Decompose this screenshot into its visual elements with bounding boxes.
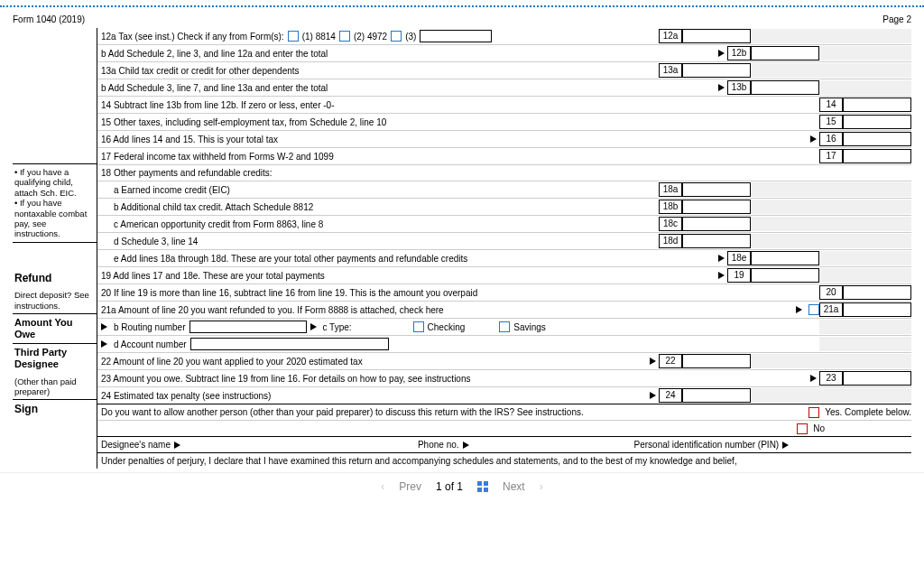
sidebar: • If you have a qualifying child, attach… — [13, 28, 97, 469]
line-21a-text: 21a Amount of line 20 you want refunded … — [101, 305, 444, 315]
field-18d[interactable] — [682, 234, 751, 248]
arrow-icon — [810, 375, 817, 382]
pager-prev[interactable]: Prev — [399, 480, 421, 493]
sidebar-deposit: Direct deposit? See instructions. — [13, 287, 97, 313]
field-13a[interactable] — [682, 63, 751, 78]
sidebar-third-party: Third Party Designee — [13, 343, 97, 373]
label-checking: Checking — [428, 322, 466, 332]
num-18c: 18c — [659, 217, 682, 231]
num-18a: 18a — [659, 182, 682, 197]
pager-next[interactable]: Next — [503, 480, 525, 493]
field-24[interactable] — [682, 388, 751, 403]
arrow-icon — [650, 392, 656, 399]
designee-phone-label: Phone no. — [418, 441, 459, 450]
line-14-text: 14 Subtract line 13b from line 12b. If z… — [101, 100, 334, 110]
field-21a[interactable] — [843, 302, 911, 317]
num-15: 15 — [819, 115, 843, 129]
num-18d: 18d — [659, 234, 682, 248]
line-13b-text: b Add Schedule 3, line 7, and line 13a a… — [101, 83, 328, 93]
num-22: 22 — [659, 354, 682, 368]
line-18b-text: b Additional child tax credit. Attach Sc… — [114, 202, 313, 212]
checkbox-third-yes[interactable] — [808, 407, 819, 418]
pager: ‹ Prev 1 of 1 Next › — [0, 472, 924, 500]
opt2-label: (2) 4972 — [354, 32, 387, 42]
field-13b[interactable] — [751, 80, 819, 95]
num-16: 16 — [819, 132, 843, 146]
num-18b: 18b — [659, 200, 682, 214]
third-party-question: Do you want to allow another person (oth… — [101, 407, 584, 417]
field-20[interactable] — [843, 285, 911, 300]
checkbox-third-no[interactable] — [797, 423, 808, 434]
field-18c[interactable] — [682, 217, 751, 231]
num-19: 19 — [727, 268, 751, 283]
label-yes: Yes. Complete below. — [825, 407, 911, 417]
line-18e-text: e Add lines 18a through 18d. These are y… — [114, 254, 467, 264]
arrow-icon — [463, 442, 469, 449]
arrow-icon — [796, 306, 802, 313]
sidebar-refund: Refund — [13, 242, 97, 287]
field-18e[interactable] — [751, 251, 819, 265]
chevron-left-icon[interactable]: ‹ — [381, 480, 384, 493]
sidebar-sign: Sign — [13, 399, 97, 418]
line-24-text: 24 Estimated tax penalty (see instructio… — [101, 391, 271, 401]
num-18e: 18e — [727, 251, 751, 265]
arrow-icon — [718, 84, 725, 91]
arrow-icon — [782, 442, 789, 449]
opt1-label: (1) 8814 — [302, 32, 336, 42]
num-13b: 13b — [727, 80, 751, 95]
checkbox-8888[interactable] — [808, 304, 819, 315]
field-22[interactable] — [682, 354, 751, 368]
line-16-text: 16 Add lines 14 and 15. This is your tot… — [101, 135, 278, 144]
field-12a[interactable] — [682, 29, 751, 43]
arrow-icon — [718, 272, 725, 279]
field-14[interactable] — [843, 98, 911, 112]
field-account[interactable] — [190, 338, 389, 350]
num-24: 24 — [659, 388, 682, 403]
label-no: No — [813, 423, 825, 433]
field-routing[interactable] — [189, 321, 307, 333]
pager-position: 1 of 1 — [436, 480, 463, 493]
label-21d: d Account number — [114, 339, 187, 349]
arrow-icon — [101, 323, 107, 330]
label-21b: b Routing number — [114, 322, 186, 332]
page-number: Page 2 — [882, 14, 911, 24]
num-23: 23 — [819, 371, 843, 386]
checkbox-4972[interactable] — [339, 31, 350, 42]
checkbox-checking[interactable] — [413, 321, 424, 332]
line-15-text: 15 Other taxes, including self-employmen… — [101, 117, 386, 127]
sidebar-other-than: (Other than paid preparer) — [13, 374, 97, 400]
label-savings: Savings — [513, 322, 546, 332]
grid-icon[interactable] — [477, 481, 488, 492]
line-17-text: 17 Federal income tax withheld from Form… — [101, 152, 334, 162]
opt3-label: (3) — [405, 32, 416, 42]
field-18b[interactable] — [682, 200, 751, 214]
field-12a-opt3[interactable] — [420, 30, 492, 42]
arrow-icon — [174, 442, 180, 449]
arrow-icon — [650, 358, 656, 365]
checkbox-opt3[interactable] — [391, 31, 402, 42]
sidebar-note-eic: • If you have a qualifying child, attach… — [13, 163, 97, 242]
arrow-icon — [718, 255, 725, 262]
line-22-text: 22 Amount of line 20 you want applied to… — [101, 357, 363, 367]
line-18a-text: a Earned income credit (EIC) — [114, 185, 230, 195]
checkbox-8814[interactable] — [288, 31, 299, 42]
chevron-right-icon[interactable]: › — [540, 480, 543, 493]
field-15[interactable] — [843, 115, 911, 129]
checkbox-savings[interactable] — [499, 321, 510, 332]
sidebar-amount-owe: Amount You Owe — [13, 313, 97, 343]
field-17[interactable] — [843, 149, 911, 163]
label-21c: c Type: — [323, 322, 352, 332]
line-23-text: 23 Amount you owe. Subtract line 19 from… — [101, 374, 470, 384]
field-23[interactable] — [843, 371, 911, 386]
num-17: 17 — [819, 149, 843, 163]
num-20: 20 — [819, 285, 843, 300]
line-18d-text: d Schedule 3, line 14 — [114, 237, 198, 246]
field-18a[interactable] — [682, 182, 751, 197]
field-12b[interactable] — [751, 46, 819, 60]
line-12b-text: b Add Schedule 2, line 3, and line 12a a… — [101, 49, 328, 59]
designee-name-label: Designee's name — [101, 441, 171, 450]
line-18c-text: c American opportunity credit from Form … — [114, 219, 323, 229]
field-16[interactable] — [843, 132, 911, 146]
field-19[interactable] — [751, 268, 819, 283]
arrow-icon — [718, 50, 725, 57]
